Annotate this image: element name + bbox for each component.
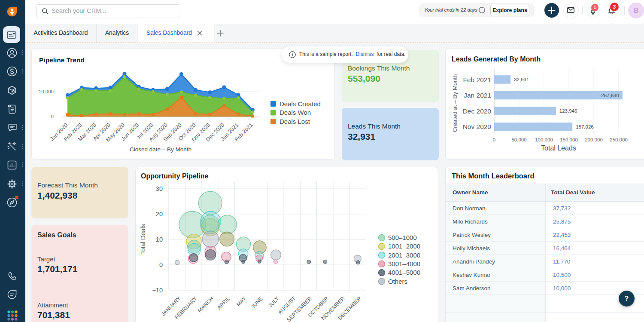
svg-text:257,630: 257,630 <box>601 93 619 98</box>
svg-text:100,000: 100,000 <box>535 137 553 142</box>
svg-text:0: 0 <box>51 114 54 119</box>
svg-text:32,931: 32,931 <box>514 77 529 82</box>
svg-text:Dec 2020: Dec 2020 <box>463 107 492 115</box>
svg-text:Pipeline Trend: Pipeline Trend <box>39 56 85 64</box>
svg-text:123,946: 123,946 <box>559 108 577 113</box>
svg-text:30: 30 <box>156 185 163 192</box>
svg-text:1001–2000: 1001–2000 <box>388 242 420 250</box>
svg-text:Total Deals: Total Deals <box>140 224 146 255</box>
svg-text:Deals Lost: Deals Lost <box>279 118 310 125</box>
svg-text:250,000: 250,000 <box>610 137 628 142</box>
svg-text:APRIL: APRIL <box>216 295 231 310</box>
svg-text:10: 10 <box>156 236 163 243</box>
svg-text:JULY: JULY <box>267 295 280 309</box>
svg-text:Feb 2021: Feb 2021 <box>463 76 492 83</box>
svg-text:2001–3000: 2001–3000 <box>388 251 420 259</box>
svg-text:3001–4000: 3001–4000 <box>388 260 420 267</box>
svg-text:20: 20 <box>156 211 163 218</box>
svg-text:JUNE: JUNE <box>250 295 264 310</box>
svg-text:Deals Won: Deals Won <box>279 109 311 116</box>
svg-text:−10: −10 <box>152 287 163 294</box>
svg-text:Opportunity Pipeline: Opportunity Pipeline <box>141 172 208 180</box>
svg-text:Total Leads: Total Leads <box>541 144 576 152</box>
svg-text:Leads Generated By Month: Leads Generated By Month <box>452 55 541 63</box>
svg-text:200,000: 200,000 <box>585 137 603 142</box>
svg-text:MAY: MAY <box>235 295 248 308</box>
svg-text:Created at – By Month: Created at – By Month <box>452 74 458 132</box>
svg-text:Deals Created: Deals Created <box>279 100 321 107</box>
svg-text:150,000: 150,000 <box>560 137 578 142</box>
svg-text:Jan 2021: Jan 2021 <box>464 92 491 99</box>
svg-text:Nov 2020: Nov 2020 <box>463 123 492 130</box>
svg-text:157,026: 157,026 <box>576 124 594 129</box>
svg-text:500–1000: 500–1000 <box>388 234 417 241</box>
svg-text:Closed date – By Month: Closed date – By Month <box>130 146 191 153</box>
svg-text:0: 0 <box>159 261 163 268</box>
svg-text:0: 0 <box>493 137 495 142</box>
svg-text:Others: Others <box>388 278 407 285</box>
svg-text:MARCH: MARCH <box>197 295 215 313</box>
svg-text:4001–5000: 4001–5000 <box>388 269 420 276</box>
svg-text:50,000: 50,000 <box>511 137 526 142</box>
svg-text:10,000: 10,000 <box>39 89 54 94</box>
